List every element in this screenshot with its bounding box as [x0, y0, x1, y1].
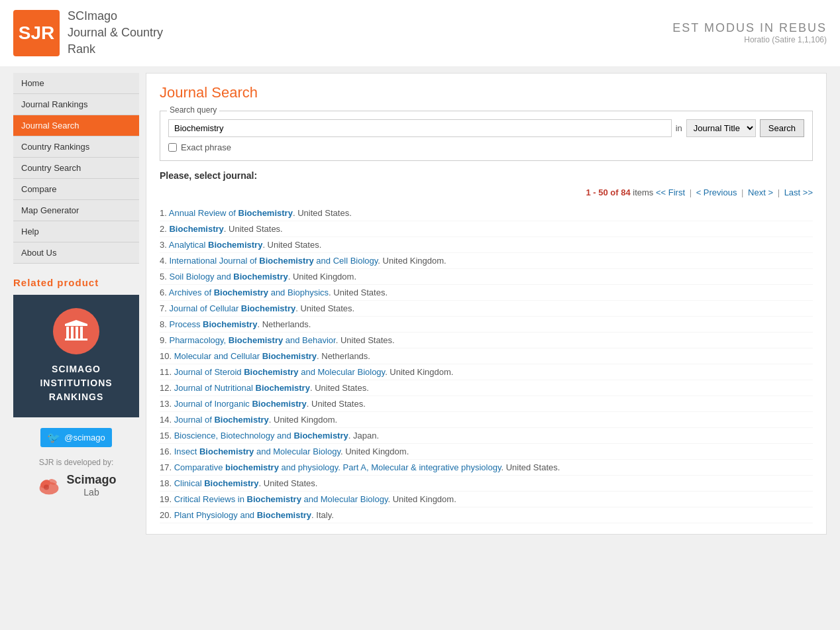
result-number: 9. [160, 335, 169, 345]
svg-rect-3 [80, 327, 83, 339]
pagination-info: 1 - 50 of 84 [586, 187, 630, 197]
journal-name-link[interactable]: Journal of [174, 415, 215, 425]
motto-main: EST MODUS IN REBUS [672, 21, 827, 35]
country-name: . United States. [295, 303, 354, 313]
journal-partial-link[interactable]: and Behavior [283, 335, 336, 345]
table-row: 10. Molecular and Cellular Biochemistry.… [160, 348, 813, 364]
sidebar: HomeJournal RankingsJournal SearchCountr… [13, 73, 139, 535]
journal-partial-link[interactable]: and Cell Biology [314, 256, 378, 266]
institutions-icon [53, 308, 99, 354]
in-label: in [676, 123, 682, 133]
journal-name-link[interactable]: Journal of Nutritional [174, 383, 256, 393]
journal-partial-link[interactable]: and Biophysics [268, 288, 329, 297]
result-number: 5. [160, 272, 169, 282]
sidebar-item-compare[interactable]: Compare [13, 179, 139, 200]
page-title: Journal Search [160, 84, 813, 101]
result-number: 20. [160, 510, 174, 520]
result-number: 6. [160, 288, 169, 297]
table-row: 13. Journal of Inorganic Biochemistry. U… [160, 396, 813, 412]
journal-keyword-link[interactable]: biochemistry [225, 462, 279, 472]
sir-banner[interactable]: SCIMAGO INSTITUTIONS RANKINGS [13, 295, 139, 417]
journal-name-link[interactable]: Comparative [174, 462, 225, 472]
journal-name-link[interactable]: Journal of Cellular [169, 303, 240, 313]
journal-name-link[interactable]: Clinical [174, 478, 205, 488]
result-number: 1. [160, 208, 169, 218]
journal-keyword-link[interactable]: Biochemistry [208, 240, 262, 250]
country-name: . United States. [310, 383, 369, 393]
journal-name-link[interactable]: Bioscience, Biotechnology and [174, 431, 294, 441]
dev-label: SJR is developed by: [13, 458, 139, 467]
site-logo[interactable]: SJR [13, 10, 60, 56]
journal-keyword-link[interactable]: Biochemistry [214, 415, 268, 425]
journal-name-link[interactable]: Insect [174, 446, 199, 456]
journal-name-link[interactable]: Process [169, 319, 203, 329]
last-page-link[interactable]: Last >> [784, 187, 813, 197]
journal-name-link[interactable]: Journal of Steroid [174, 367, 244, 377]
journal-partial-link[interactable]: and Molecular Biology [254, 446, 341, 456]
svg-rect-2 [76, 327, 78, 339]
content-area: Journal Search Search query in Journal T… [146, 73, 827, 535]
journal-partial-link[interactable]: and physiology. Part A, Molecular & inte… [279, 462, 501, 472]
prev-page-link[interactable]: < Previous [696, 187, 737, 197]
sidebar-item-country-rankings[interactable]: Country Rankings [13, 136, 139, 158]
sidebar-item-journal-search[interactable]: Journal Search [13, 115, 139, 136]
journal-partial-link[interactable]: and Molecular Biology [299, 367, 386, 377]
country-name: . United States. [501, 462, 560, 472]
sidebar-item-map-generator[interactable]: Map Generator [13, 200, 139, 221]
scimago-lab-link[interactable]: Scimago Lab [13, 472, 139, 499]
search-field-select[interactable]: Journal Title ISSN Publisher Country [686, 119, 756, 137]
journal-keyword-link[interactable]: Biochemistry [169, 224, 223, 234]
journal-partial-link[interactable]: and Molecular Biology [301, 494, 388, 504]
sidebar-item-home[interactable]: Home [13, 73, 139, 94]
result-number: 11. [160, 367, 174, 377]
journal-keyword-link[interactable]: Biochemistry [244, 367, 298, 377]
journal-name-link[interactable]: Molecular and Cellular [174, 351, 262, 361]
journal-keyword-link[interactable]: Biochemistry [262, 351, 317, 361]
journal-keyword-link[interactable]: Biochemistry [199, 446, 254, 456]
journal-keyword-link[interactable]: Biochemistry [257, 510, 311, 520]
journal-keyword-link[interactable]: Biochemistry [203, 319, 257, 329]
journal-name-link[interactable]: Annual Review of [169, 208, 238, 218]
journal-keyword-link[interactable]: Biochemistry [256, 383, 310, 393]
motto-sub: Horatio (Satire 1,1,106) [672, 35, 827, 44]
journal-keyword-link[interactable]: Biochemistry [233, 272, 288, 282]
journal-name-link[interactable]: Pharmacology, [169, 335, 228, 345]
table-row: 17. Comparative biochemistry and physiol… [160, 460, 813, 476]
journal-name-link[interactable]: Soil Biology and [169, 272, 233, 282]
result-number: 19. [160, 494, 174, 504]
journal-keyword-link[interactable]: Biochemistry [252, 399, 306, 409]
country-name: . United States. [293, 208, 352, 218]
journal-name-link[interactable]: International Journal of [169, 256, 259, 266]
exact-phrase-label[interactable]: Exact phrase [181, 142, 231, 152]
next-page-link[interactable]: Next > [748, 187, 773, 197]
journal-name-link[interactable]: Plant Physiology and [174, 510, 257, 520]
exact-phrase-checkbox[interactable] [168, 143, 177, 152]
motto: EST MODUS IN REBUS Horatio (Satire 1,1,1… [672, 21, 827, 44]
journal-keyword-link[interactable]: Biochemistry [214, 288, 268, 297]
journal-name-link[interactable]: Journal of Inorganic [174, 399, 252, 409]
sidebar-item-help[interactable]: Help [13, 221, 139, 242]
journal-keyword-link[interactable]: Biochemistry [238, 208, 293, 218]
journal-keyword-link[interactable]: Biochemistry [293, 431, 348, 441]
results-list: 1. Annual Review of Biochemistry. United… [160, 205, 813, 523]
journal-keyword-link[interactable]: Biochemistry [204, 478, 258, 488]
twitter-button[interactable]: 🐦 @scimago [40, 428, 112, 447]
search-input[interactable] [168, 119, 672, 137]
journal-name-link[interactable]: Analytical [169, 240, 208, 250]
journal-keyword-link[interactable]: Biochemistry [229, 335, 283, 345]
journal-name-link[interactable]: Archives of [169, 288, 214, 297]
search-query-box: Search query in Journal Title ISSN Publi… [160, 111, 813, 161]
country-name: . Italy. [311, 510, 334, 520]
journal-name-link[interactable]: Critical Reviews in [174, 494, 247, 504]
first-page-link[interactable]: << First [656, 187, 685, 197]
journal-keyword-link[interactable]: Biochemistry [259, 256, 313, 266]
journal-keyword-link[interactable]: Biochemistry [241, 303, 295, 313]
sidebar-item-country-search[interactable]: Country Search [13, 158, 139, 179]
journal-keyword-link[interactable]: Biochemistry [247, 494, 301, 504]
table-row: 11. Journal of Steroid Biochemistry and … [160, 364, 813, 380]
twitter-handle: @scimago [64, 433, 105, 443]
search-button[interactable]: Search [760, 119, 804, 137]
sidebar-item-journal-rankings[interactable]: Journal Rankings [13, 94, 139, 115]
search-row: in Journal Title ISSN Publisher Country … [168, 119, 804, 137]
sidebar-item-about-us[interactable]: About Us [13, 242, 139, 264]
